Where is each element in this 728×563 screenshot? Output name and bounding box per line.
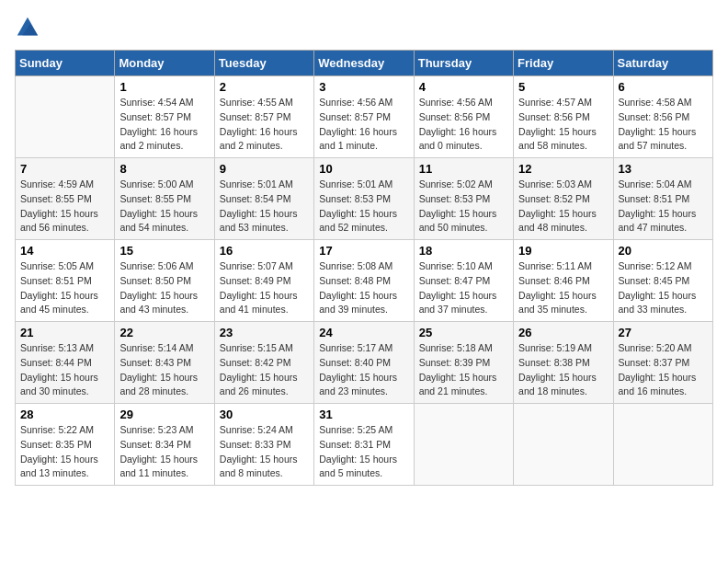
calendar-cell: 7Sunrise: 4:59 AM Sunset: 8:55 PM Daylig… [16, 158, 115, 240]
calendar-cell: 21Sunrise: 5:13 AM Sunset: 8:44 PM Dayli… [16, 322, 115, 404]
day-info: Sunrise: 4:59 AM Sunset: 8:55 PM Dayligh… [20, 178, 109, 236]
day-number: 1 [119, 80, 209, 94]
calendar-cell: 28Sunrise: 5:22 AM Sunset: 8:35 PM Dayli… [16, 404, 115, 486]
day-info: Sunrise: 4:57 AM Sunset: 8:56 PM Dayligh… [518, 96, 608, 154]
day-number: 24 [319, 326, 408, 339]
calendar-cell: 8Sunrise: 5:00 AM Sunset: 8:55 PM Daylig… [115, 158, 214, 240]
calendar-cell: 22Sunrise: 5:14 AM Sunset: 8:43 PM Dayli… [115, 322, 214, 404]
calendar-cell: 15Sunrise: 5:06 AM Sunset: 8:50 PM Dayli… [115, 240, 214, 322]
day-number: 26 [518, 326, 608, 339]
day-info: Sunrise: 5:14 AM Sunset: 8:43 PM Dayligh… [119, 341, 209, 399]
day-info: Sunrise: 5:19 AM Sunset: 8:38 PM Dayligh… [518, 341, 608, 399]
day-number: 18 [419, 244, 508, 258]
day-number: 11 [419, 162, 508, 176]
calendar-cell: 31Sunrise: 5:25 AM Sunset: 8:31 PM Dayli… [314, 404, 414, 486]
day-number: 21 [20, 326, 109, 339]
day-number: 27 [619, 326, 708, 339]
calendar-cell: 1Sunrise: 4:54 AM Sunset: 8:57 PM Daylig… [115, 76, 214, 158]
day-info: Sunrise: 5:15 AM Sunset: 8:42 PM Dayligh… [220, 341, 309, 399]
day-info: Sunrise: 5:00 AM Sunset: 8:55 PM Dayligh… [119, 178, 209, 236]
day-info: Sunrise: 5:05 AM Sunset: 8:51 PM Dayligh… [20, 259, 109, 317]
day-info: Sunrise: 4:55 AM Sunset: 8:57 PM Dayligh… [220, 96, 309, 154]
day-number: 10 [319, 162, 408, 176]
day-number: 19 [518, 244, 608, 258]
calendar-cell: 13Sunrise: 5:04 AM Sunset: 8:51 PM Dayli… [613, 158, 712, 240]
weekday-header-saturday: Saturday [613, 51, 712, 76]
logo-icon [15, 15, 40, 40]
calendar-cell [514, 404, 613, 486]
calendar-cell: 12Sunrise: 5:03 AM Sunset: 8:52 PM Dayli… [514, 158, 613, 240]
day-info: Sunrise: 5:12 AM Sunset: 8:45 PM Dayligh… [619, 259, 708, 317]
calendar-cell: 11Sunrise: 5:02 AM Sunset: 8:53 PM Dayli… [414, 158, 513, 240]
day-info: Sunrise: 5:24 AM Sunset: 8:33 PM Dayligh… [220, 423, 309, 481]
calendar-cell: 24Sunrise: 5:17 AM Sunset: 8:40 PM Dayli… [314, 322, 414, 404]
day-info: Sunrise: 5:23 AM Sunset: 8:34 PM Dayligh… [119, 423, 209, 481]
day-number: 5 [518, 80, 608, 94]
calendar-cell: 20Sunrise: 5:12 AM Sunset: 8:45 PM Dayli… [613, 240, 712, 322]
calendar-week-row: 1Sunrise: 4:54 AM Sunset: 8:57 PM Daylig… [16, 76, 713, 158]
day-info: Sunrise: 5:10 AM Sunset: 8:47 PM Dayligh… [419, 259, 508, 317]
calendar-cell: 30Sunrise: 5:24 AM Sunset: 8:33 PM Dayli… [214, 404, 313, 486]
day-info: Sunrise: 5:06 AM Sunset: 8:50 PM Dayligh… [119, 259, 209, 317]
calendar-cell [414, 404, 513, 486]
day-info: Sunrise: 4:54 AM Sunset: 8:57 PM Dayligh… [119, 96, 209, 154]
calendar-cell: 9Sunrise: 5:01 AM Sunset: 8:54 PM Daylig… [214, 158, 313, 240]
day-number: 13 [619, 162, 708, 176]
day-info: Sunrise: 5:22 AM Sunset: 8:35 PM Dayligh… [20, 423, 109, 481]
day-number: 9 [220, 162, 309, 176]
calendar-cell: 10Sunrise: 5:01 AM Sunset: 8:53 PM Dayli… [314, 158, 414, 240]
day-info: Sunrise: 5:02 AM Sunset: 8:53 PM Dayligh… [419, 178, 508, 236]
day-number: 14 [20, 244, 109, 258]
day-number: 31 [319, 408, 408, 421]
day-number: 22 [119, 326, 209, 339]
calendar-cell [613, 404, 712, 486]
calendar-cell: 4Sunrise: 4:56 AM Sunset: 8:56 PM Daylig… [414, 76, 513, 158]
calendar-cell: 29Sunrise: 5:23 AM Sunset: 8:34 PM Dayli… [115, 404, 214, 486]
calendar-cell: 14Sunrise: 5:05 AM Sunset: 8:51 PM Dayli… [16, 240, 115, 322]
day-info: Sunrise: 5:01 AM Sunset: 8:53 PM Dayligh… [319, 178, 408, 236]
day-number: 12 [518, 162, 608, 176]
day-info: Sunrise: 5:11 AM Sunset: 8:46 PM Dayligh… [518, 259, 608, 317]
day-info: Sunrise: 5:04 AM Sunset: 8:51 PM Dayligh… [619, 178, 708, 236]
day-info: Sunrise: 5:01 AM Sunset: 8:54 PM Dayligh… [220, 178, 309, 236]
day-number: 7 [20, 162, 109, 176]
day-number: 29 [119, 408, 209, 421]
day-number: 3 [319, 80, 408, 94]
calendar-cell: 25Sunrise: 5:18 AM Sunset: 8:39 PM Dayli… [414, 322, 513, 404]
day-number: 4 [419, 80, 508, 94]
day-info: Sunrise: 5:18 AM Sunset: 8:39 PM Dayligh… [419, 341, 508, 399]
day-info: Sunrise: 5:07 AM Sunset: 8:49 PM Dayligh… [220, 259, 309, 317]
day-number: 15 [119, 244, 209, 258]
day-number: 17 [319, 244, 408, 258]
day-number: 16 [220, 244, 309, 258]
day-number: 30 [220, 408, 309, 421]
weekday-header-row: SundayMondayTuesdayWednesdayThursdayFrid… [16, 51, 713, 76]
calendar-cell [16, 76, 115, 158]
day-number: 2 [220, 80, 309, 94]
day-info: Sunrise: 4:56 AM Sunset: 8:57 PM Dayligh… [319, 96, 408, 154]
calendar-cell: 17Sunrise: 5:08 AM Sunset: 8:48 PM Dayli… [314, 240, 414, 322]
weekday-header-tuesday: Tuesday [214, 51, 313, 76]
calendar-week-row: 14Sunrise: 5:05 AM Sunset: 8:51 PM Dayli… [16, 240, 713, 322]
day-info: Sunrise: 5:25 AM Sunset: 8:31 PM Dayligh… [319, 423, 408, 481]
day-number: 20 [619, 244, 708, 258]
day-info: Sunrise: 5:08 AM Sunset: 8:48 PM Dayligh… [319, 259, 408, 317]
calendar-week-row: 28Sunrise: 5:22 AM Sunset: 8:35 PM Dayli… [16, 404, 713, 486]
day-info: Sunrise: 5:13 AM Sunset: 8:44 PM Dayligh… [20, 341, 109, 399]
calendar-cell: 26Sunrise: 5:19 AM Sunset: 8:38 PM Dayli… [514, 322, 613, 404]
day-info: Sunrise: 5:03 AM Sunset: 8:52 PM Dayligh… [518, 178, 608, 236]
calendar-cell: 27Sunrise: 5:20 AM Sunset: 8:37 PM Dayli… [613, 322, 712, 404]
calendar-cell: 19Sunrise: 5:11 AM Sunset: 8:46 PM Dayli… [514, 240, 613, 322]
calendar-cell: 18Sunrise: 5:10 AM Sunset: 8:47 PM Dayli… [414, 240, 513, 322]
day-number: 25 [419, 326, 508, 339]
day-number: 28 [20, 408, 109, 421]
calendar-cell: 23Sunrise: 5:15 AM Sunset: 8:42 PM Dayli… [214, 322, 313, 404]
weekday-header-thursday: Thursday [414, 51, 513, 76]
calendar-table: SundayMondayTuesdayWednesdayThursdayFrid… [15, 50, 713, 486]
day-info: Sunrise: 4:56 AM Sunset: 8:56 PM Dayligh… [419, 96, 508, 154]
calendar-week-row: 7Sunrise: 4:59 AM Sunset: 8:55 PM Daylig… [16, 158, 713, 240]
day-number: 8 [119, 162, 209, 176]
day-info: Sunrise: 5:20 AM Sunset: 8:37 PM Dayligh… [619, 341, 708, 399]
calendar-cell: 2Sunrise: 4:55 AM Sunset: 8:57 PM Daylig… [214, 76, 313, 158]
day-info: Sunrise: 5:17 AM Sunset: 8:40 PM Dayligh… [319, 341, 408, 399]
